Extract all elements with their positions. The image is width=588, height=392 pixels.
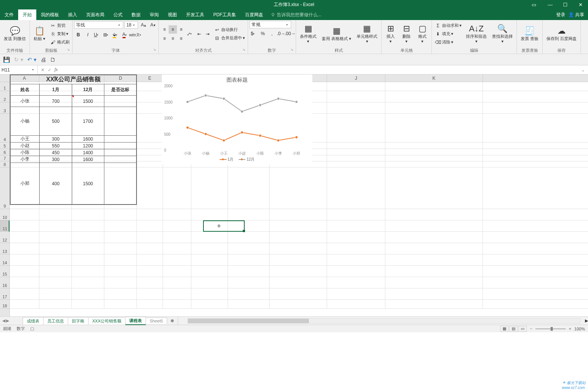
percent-format-button[interactable]: % (259, 29, 267, 38)
tab-file[interactable]: 文件 (0, 9, 18, 20)
horizontal-scrollbar[interactable] (188, 318, 580, 324)
save-baidu-button[interactable]: ☁保存到 百度网盘 (544, 25, 579, 42)
row-header[interactable]: 15 (0, 266, 9, 277)
font-name-select[interactable]: 等线▾ (74, 21, 123, 29)
tab-view[interactable]: 视图 (163, 9, 182, 20)
print-preview-button[interactable]: 🖨 (40, 56, 46, 63)
sheet-tab[interactable]: XXX公司销售额 (88, 317, 126, 325)
close-button[interactable]: ✕ (573, 0, 588, 9)
column-header[interactable]: J (327, 74, 385, 82)
embedded-chart[interactable]: 图表标题 0500100015002000小张小杨小王小赵小陈小李小郑 .leg… (162, 74, 312, 164)
row-header[interactable]: 8 (0, 161, 9, 167)
decrease-indent-button[interactable]: ⇤ (195, 30, 203, 38)
tab-formulas[interactable]: 公式 (109, 9, 127, 20)
row-header[interactable]: 9 (0, 167, 9, 209)
tab-insert[interactable]: 插入 (64, 9, 82, 20)
row-header[interactable]: 18 (0, 300, 9, 309)
format-painter-button[interactable]: 🖌格式刷 (48, 39, 71, 46)
insert-cells-button[interactable]: ⊞插入▾ (383, 23, 398, 45)
save-button[interactable]: 💾 (3, 56, 10, 63)
row-header[interactable]: 6 (0, 149, 9, 155)
row-header[interactable]: 14 (0, 254, 9, 266)
new-sheet-button[interactable]: ⊕ (167, 318, 178, 323)
shrink-font-button[interactable]: A▾ (149, 21, 157, 29)
format-cells-button[interactable]: ▢格式▾ (415, 23, 430, 45)
view-page-break-button[interactable]: ▭ (518, 326, 527, 332)
row-header[interactable]: 17 (0, 288, 9, 300)
sheet-tab[interactable]: 员工信息 (43, 317, 68, 325)
tab-layout[interactable]: 页面布局 (82, 9, 109, 20)
tab-pdf[interactable]: PDF工具集 (209, 9, 240, 20)
fill-color-button[interactable]: ⬙▾ (112, 31, 120, 39)
row-header[interactable]: 5 (0, 143, 9, 149)
clipboard-launcher[interactable]: ↘ (67, 48, 70, 51)
formula-input[interactable] (61, 65, 578, 74)
accounting-format-button[interactable]: $▾ (250, 29, 258, 38)
print-button[interactable]: 🗋 (50, 56, 56, 63)
cancel-formula-icon[interactable]: ✕ (41, 67, 45, 73)
tab-home[interactable]: 开始 (18, 9, 36, 20)
row-header[interactable]: 10 (0, 209, 9, 220)
row-header[interactable]: 16 (0, 277, 9, 288)
wrap-text-button[interactable]: ↩自动换行 (213, 26, 246, 34)
column-header[interactable]: E (137, 74, 163, 82)
sheet-nav-next[interactable]: ▶ (6, 318, 9, 323)
zoom-out-button[interactable]: － (529, 326, 533, 332)
row-header[interactable]: 7 (0, 155, 9, 161)
sheet-tab-active[interactable]: 课程表 (125, 317, 146, 325)
name-box[interactable]: H11▾ (0, 65, 38, 74)
column-header[interactable]: K (385, 74, 483, 82)
row-header[interactable]: 1 (0, 82, 9, 91)
view-normal-button[interactable]: ▦ (500, 326, 509, 332)
tab-developer[interactable]: 开发工具 (182, 9, 209, 20)
font-size-select[interactable]: 18▾ (124, 21, 138, 29)
conditional-format-button[interactable]: ▦条件格式▾ (298, 23, 319, 45)
phonetic-button[interactable]: wén文▾ (131, 31, 139, 39)
sheet-tab[interactable]: Sheet5 (146, 318, 167, 324)
align-middle-button[interactable]: ≡ (169, 25, 177, 34)
tab-baidu[interactable]: 百度网盘 (240, 9, 268, 20)
enter-formula-icon[interactable]: ✓ (48, 67, 51, 73)
tab-templates[interactable]: 我的模板 (36, 9, 64, 20)
row-header[interactable]: 4 (0, 114, 9, 143)
sheet-tab[interactable]: 田字格 (68, 317, 88, 325)
fx-icon[interactable]: fx (54, 67, 58, 73)
spreadsheet-grid[interactable]: 123456789101112131415161718 ABCDEFGHIJK … (0, 74, 588, 316)
select-all-corner[interactable] (0, 74, 9, 82)
align-launcher[interactable]: ↘ (242, 48, 245, 51)
underline-button[interactable]: U▾ (93, 31, 101, 39)
align-left-button[interactable]: ≡ (160, 34, 169, 43)
copy-button[interactable]: ⎘复制 ▾ (48, 30, 71, 38)
tab-review[interactable]: 审阅 (145, 9, 163, 20)
table-format-button[interactable]: ▦套用 表格格式 ▾ (320, 25, 354, 42)
paste-button[interactable]: 📋 粘贴 ▾ (31, 25, 48, 42)
row-header[interactable]: 13 (0, 243, 9, 254)
align-top-button[interactable]: ≡ (160, 25, 169, 34)
sheet-tab[interactable]: 成绩表 (23, 317, 43, 325)
number-format-select[interactable]: 常规▾ (250, 21, 291, 28)
login-link[interactable]: 登录 (556, 12, 565, 18)
font-color-button[interactable]: A▾ (121, 31, 130, 39)
grow-font-button[interactable]: A▴ (139, 21, 147, 29)
font-launcher[interactable]: ↘ (153, 48, 156, 51)
italic-button[interactable]: I (84, 31, 92, 39)
fill-button[interactable]: ⬇填充 ▾ (433, 30, 463, 38)
macro-record-icon[interactable]: ▢ (30, 326, 34, 331)
zoom-level[interactable]: 100% (574, 327, 585, 331)
ribbon-toggle-icon[interactable]: ▭ (528, 0, 540, 9)
zoom-in-button[interactable]: ＋ (568, 326, 572, 332)
minimize-button[interactable]: ― (543, 0, 558, 9)
row-header[interactable]: 2 (0, 91, 9, 102)
zoom-slider[interactable] (535, 328, 566, 329)
border-button[interactable]: ⊞▾ (102, 31, 111, 39)
comma-format-button[interactable]: , (268, 29, 276, 38)
merge-center-button[interactable]: ⊟合并后居中 ▾ (213, 34, 246, 42)
row-header[interactable]: 3 (0, 102, 9, 114)
invoice-verify-button[interactable]: 🧾发票 查验 (518, 25, 541, 42)
align-center-button[interactable]: ≡ (169, 34, 177, 43)
increase-indent-button[interactable]: ⇥ (203, 30, 212, 38)
view-page-layout-button[interactable]: ▤ (509, 326, 518, 332)
number-launcher[interactable]: ↘ (290, 48, 293, 51)
tell-me[interactable]: 告诉我您想要做什么... (271, 9, 321, 20)
row-header[interactable]: 12 (0, 232, 9, 243)
